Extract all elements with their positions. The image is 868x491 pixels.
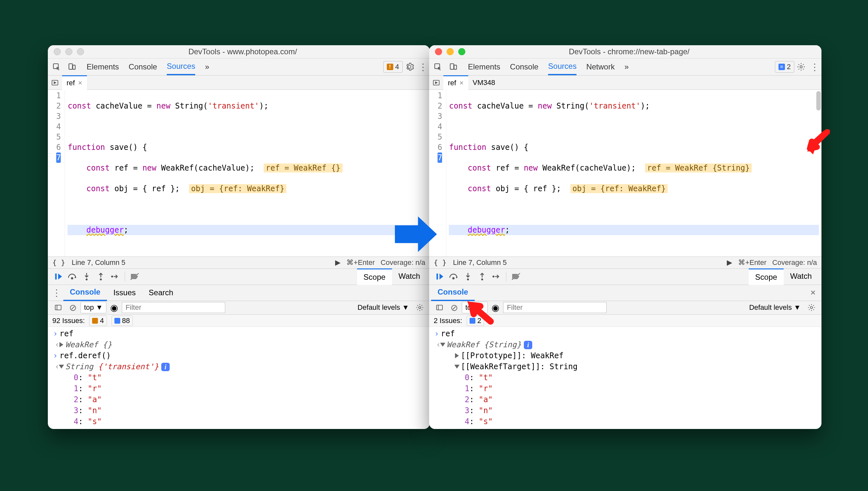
code-body[interactable]: const cacheValue = new String('transient… xyxy=(446,90,821,257)
close-dot[interactable] xyxy=(435,48,442,55)
filetab-ref[interactable]: ref × xyxy=(62,75,87,90)
minimize-dot[interactable] xyxy=(447,48,454,55)
minimize-dot[interactable] xyxy=(65,48,73,55)
line-number[interactable]: 3 xyxy=(56,111,61,121)
step-into-icon[interactable] xyxy=(461,269,475,284)
console-output[interactable]: ›ref ›WeakRef {String}i [[Prototype]]: W… xyxy=(429,327,821,429)
log-levels-selector[interactable]: Default levels ▼ xyxy=(749,303,801,312)
code-editor[interactable]: 1 2 3 4 5 6 7 const cacheValue = new Str… xyxy=(48,90,430,257)
step-icon[interactable] xyxy=(108,269,122,284)
tab-sources[interactable]: Sources xyxy=(548,58,577,75)
pretty-print-icon[interactable]: { } xyxy=(52,258,65,266)
issue-count-badge[interactable]: ! 4 xyxy=(383,61,403,73)
drawer-more-icon[interactable]: ⋮ xyxy=(50,286,63,299)
inspect-icon[interactable] xyxy=(431,60,445,73)
window-traffic-lights[interactable] xyxy=(435,48,465,55)
filetab-vm[interactable]: VM348 xyxy=(468,76,500,89)
step-out-icon[interactable] xyxy=(94,269,108,284)
issue-chip-warn[interactable]: 4 xyxy=(89,316,107,326)
line-number[interactable]: 4 xyxy=(56,121,61,132)
close-icon[interactable]: × xyxy=(459,79,464,87)
close-drawer-icon[interactable]: × xyxy=(807,288,819,298)
console-settings-gear-icon[interactable] xyxy=(413,301,426,314)
console-settings-gear-icon[interactable] xyxy=(805,301,818,314)
settings-gear-icon[interactable] xyxy=(794,60,808,73)
deactivate-breakpoints-icon[interactable] xyxy=(128,269,142,284)
pretty-print-icon[interactable]: { } xyxy=(434,258,447,266)
more-menu-icon[interactable]: ⋮ xyxy=(416,60,430,73)
drawer-tab-issues[interactable]: Issues xyxy=(107,285,142,300)
console-sidebar-icon[interactable] xyxy=(432,304,447,311)
line-number[interactable]: 6 xyxy=(438,142,442,152)
run-snippet-icon[interactable] xyxy=(48,79,62,86)
line-number[interactable]: 1 xyxy=(438,90,442,101)
tab-elements[interactable]: Elements xyxy=(468,59,500,75)
scrollbar[interactable] xyxy=(816,91,821,111)
step-over-icon[interactable] xyxy=(65,269,80,284)
line-number[interactable]: 2 xyxy=(438,101,442,111)
run-icon[interactable]: ▶ xyxy=(335,258,341,267)
line-number[interactable]: 1 xyxy=(56,90,61,101)
watch-tab[interactable]: Watch xyxy=(784,268,818,285)
deactivate-breakpoints-icon[interactable] xyxy=(509,269,523,284)
tab-console[interactable]: Console xyxy=(129,59,157,75)
console-output[interactable]: ›ref ›WeakRef {} ›ref.deref() ›String {'… xyxy=(48,327,430,429)
issue-count-badge[interactable]: ≡ 2 xyxy=(775,61,794,73)
close-icon[interactable]: × xyxy=(78,79,82,87)
code-editor[interactable]: 1 2 3 4 5 6 7 const cacheValue = new Str… xyxy=(429,90,821,257)
zoom-dot[interactable] xyxy=(77,48,84,55)
filter-input[interactable] xyxy=(122,302,225,313)
tab-more[interactable]: » xyxy=(624,59,628,75)
code-body[interactable]: const cacheValue = new String('transient… xyxy=(65,90,430,257)
tab-console[interactable]: Console xyxy=(510,59,538,75)
device-icon[interactable] xyxy=(447,60,460,73)
console-sidebar-icon[interactable] xyxy=(51,304,65,311)
scope-tab[interactable]: Scope xyxy=(357,268,392,285)
step-into-icon[interactable] xyxy=(80,269,94,284)
expand-icon[interactable] xyxy=(455,353,459,358)
live-expression-icon[interactable]: ◉ xyxy=(110,302,118,313)
resume-icon[interactable] xyxy=(51,269,65,284)
zoom-dot[interactable] xyxy=(458,48,465,55)
inspect-icon[interactable] xyxy=(50,60,63,73)
tab-network[interactable]: Network xyxy=(586,59,615,75)
clear-console-icon[interactable]: ⊘ xyxy=(450,302,458,313)
line-number[interactable]: 6 xyxy=(56,142,61,152)
device-icon[interactable] xyxy=(65,60,79,73)
drawer-tab-search[interactable]: Search xyxy=(142,285,180,300)
collapse-icon[interactable] xyxy=(59,365,64,369)
drawer-tab-console[interactable]: Console xyxy=(63,284,107,301)
filetab-ref[interactable]: ref × xyxy=(443,75,468,90)
clear-console-icon[interactable]: ⊘ xyxy=(69,302,77,313)
resume-icon[interactable] xyxy=(432,269,447,284)
object-internal[interactable]: [[Prototype]]: WeakRef xyxy=(461,351,564,360)
line-number[interactable]: 4 xyxy=(438,121,442,132)
line-number[interactable]: 5 xyxy=(56,132,61,142)
collapse-icon[interactable] xyxy=(454,365,459,369)
tab-sources[interactable]: Sources xyxy=(167,58,195,75)
run-icon[interactable]: ▶ xyxy=(727,258,732,267)
more-menu-icon[interactable]: ⋮ xyxy=(808,60,821,73)
collapse-icon[interactable] xyxy=(440,343,445,347)
object-internal[interactable]: [[WeakRefTarget]]: String xyxy=(461,362,578,371)
tab-more[interactable]: » xyxy=(205,59,209,75)
step-out-icon[interactable] xyxy=(475,269,489,284)
context-selector[interactable]: top ▼ xyxy=(81,302,106,313)
run-snippet-icon[interactable] xyxy=(429,79,443,86)
settings-gear-icon[interactable] xyxy=(403,60,416,73)
tab-elements[interactable]: Elements xyxy=(87,59,119,75)
line-number[interactable]: 2 xyxy=(56,101,61,111)
watch-tab[interactable]: Watch xyxy=(392,268,426,285)
line-number-breakpoint[interactable]: 7 xyxy=(438,152,442,163)
console-result[interactable]: WeakRef {} xyxy=(65,340,112,349)
step-icon[interactable] xyxy=(489,269,503,284)
line-number-breakpoint[interactable]: 7 xyxy=(56,152,61,163)
issues-strip[interactable]: 92 Issues: 4 88 xyxy=(48,315,430,326)
info-icon[interactable]: i xyxy=(161,363,170,371)
console-result[interactable]: String {'transient'} xyxy=(65,362,159,371)
issue-chip-info[interactable]: 88 xyxy=(111,316,133,326)
line-number[interactable]: 3 xyxy=(438,111,442,121)
log-levels-selector[interactable]: Default levels ▼ xyxy=(357,303,409,312)
scope-tab[interactable]: Scope xyxy=(749,268,784,285)
step-over-icon[interactable] xyxy=(447,269,461,284)
